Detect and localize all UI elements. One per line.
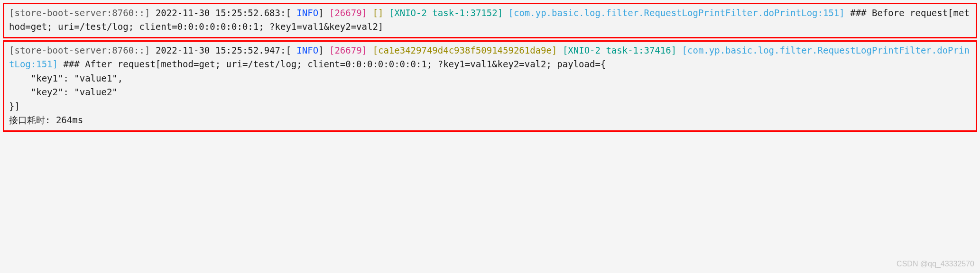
log-level: INFO	[291, 45, 318, 55]
trace-id: []	[373, 8, 384, 18]
log-entry-before: [store-boot-server:8760::] 2022-11-30 15…	[3, 3, 977, 38]
log-level: INFO	[291, 8, 318, 18]
level-bracket-open: [	[286, 8, 291, 18]
timestamp: 2022-11-30 15:25:52.947:	[156, 45, 286, 55]
pid: [26679]	[329, 8, 367, 18]
pid: [26679]	[329, 45, 367, 55]
log-entry-after: [store-boot-server:8760::] 2022-11-30 15…	[3, 40, 977, 132]
trace-id: [ca1e3429749d4c938f5091459261da9e]	[373, 45, 557, 55]
level-bracket-close: ]	[318, 8, 324, 18]
logger: [com.yp.basic.log.filter.RequestLogPrint…	[508, 8, 845, 18]
level-bracket-close: ]	[318, 45, 324, 55]
server-tag: [store-boot-server:8760::]	[9, 8, 150, 18]
log-message: ### After request[method=get; uri=/test/…	[9, 59, 606, 125]
thread: [XNIO-2 task-1:37152]	[389, 8, 503, 18]
server-tag: [store-boot-server:8760::]	[9, 45, 150, 55]
thread: [XNIO-2 task-1:37416]	[563, 45, 676, 55]
level-bracket-open: [	[286, 45, 291, 55]
timestamp: 2022-11-30 15:25:52.683:	[156, 8, 286, 18]
